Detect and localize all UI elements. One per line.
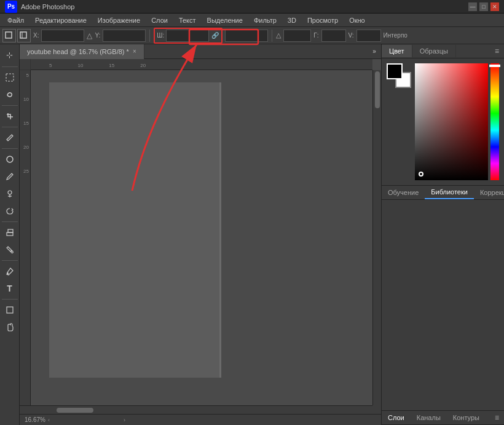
scrollbar-thumb-vertical[interactable] [375,71,380,108]
ruler-v-mark-20: 20 [23,145,29,150]
scrollbar-horizontal[interactable] [20,405,372,414]
title-bar-controls: — □ ✕ [468,2,499,11]
separator-2 [272,30,272,42]
status-bar: 16.67% ‹ › [20,414,381,425]
marquee-tool[interactable] [2,70,18,85]
color-panel: Цвет Образцы ≡ [382,44,504,185]
interp-label: Интерпо [384,32,408,39]
tab-arrow[interactable]: » [368,44,381,59]
gradient-dark-layer [415,63,488,180]
fg-bg-swatches [387,63,411,88]
vskew-field[interactable]: 0.00 [356,30,381,42]
color-gradient-field[interactable] [415,63,488,180]
svg-rect-9 [7,307,13,313]
svg-rect-0 [6,32,12,38]
tab-close-button[interactable]: × [133,48,136,55]
tool-separator-6 [2,260,18,261]
learning-tab[interactable]: Обучение [382,186,425,199]
right-panel: Цвет Образцы ≡ [381,44,504,425]
crop-tool[interactable] [2,108,18,124]
color-panel-tabs: Цвет Образцы ≡ [382,44,504,58]
channels-tab[interactable]: Каналы [411,411,447,424]
samples-tab[interactable]: Образцы [412,45,456,57]
hskew-label: Г: [313,32,318,39]
history-brush-tool[interactable] [2,203,18,219]
menu-edit[interactable]: Редактирование [30,14,92,26]
layers-panel-tabs: Слои Каналы Контуры ≡ [382,410,504,425]
layers-tab[interactable]: Слои [382,411,411,424]
close-button[interactable]: ✕ [490,2,499,11]
menu-window[interactable]: Окно [344,14,370,26]
layers-menu-icon[interactable]: ≡ [490,411,504,424]
separator-1 [149,30,150,42]
w-label: Ш: [157,32,164,39]
color-panel-menu-icon[interactable]: ≡ [490,44,504,58]
menu-file[interactable]: Файл [2,14,29,26]
menu-select[interactable]: Выделение [202,14,248,26]
color-selector [415,63,499,180]
menu-layers[interactable]: Слои [146,14,173,26]
menu-filter[interactable]: Фильтр [249,14,282,26]
zoom-level: 16.67% [25,416,45,423]
scrollbar-vertical[interactable] [372,70,381,405]
ruler-v-mark-25: 25 [23,169,29,174]
eyedropper-tool[interactable] [2,130,18,146]
menu-view[interactable]: Просмотр [302,14,343,26]
canvas-area[interactable] [31,70,372,405]
move-tool[interactable]: ⊹ [2,47,18,63]
tool-mode-icon[interactable] [2,29,16,42]
paths-tab[interactable]: Контуры [447,411,486,424]
gradient-cursor [419,172,423,177]
ruler-h-mark-5: 5 [49,63,52,68]
title-bar-left: Ps Adobe Photoshop [5,1,74,13]
brush-tool[interactable] [2,169,18,185]
tool-separator-4 [2,148,18,149]
maximize-button[interactable]: □ [479,2,488,11]
clone-tool[interactable] [2,186,18,202]
ps-logo: Ps [5,1,17,13]
svg-point-4 [7,156,13,162]
color-tab[interactable]: Цвет [382,45,412,57]
text-tool[interactable]: T [2,280,18,296]
angle-icon: △ [276,31,281,39]
vskew-label: V: [348,32,354,39]
bottom-panel: Обучение Библиотеки Коррекция ≡ [382,185,504,410]
hskew-field[interactable]: 0.00 [321,30,346,42]
healing-tool[interactable] [2,151,18,167]
y-field[interactable]: 719.50 пи [103,30,146,42]
lasso-tool[interactable] [2,87,18,103]
menu-3d[interactable]: 3D [283,14,301,26]
document-tab[interactable]: youtube head @ 16.7% (RGB/8) * × [20,44,144,59]
hue-cursor [489,65,500,67]
canvas-viewport-container: 5 10 15 20 5 10 15 20 25 [20,59,381,414]
pen-tool[interactable] [2,263,18,279]
document-canvas [49,82,221,378]
hand-tool[interactable] [2,319,18,335]
eraser-tool[interactable] [2,224,18,240]
canvas-wrapper: youtube head @ 16.7% (RGB/8) * × » 5 10 … [20,44,381,425]
correction-tab[interactable]: Коррекция [474,186,504,199]
scroll-corner [372,405,381,414]
menu-image[interactable]: Изображение [93,14,145,26]
tool-mode2-icon[interactable] [17,29,31,42]
nav-left-icon[interactable]: ‹ [48,417,50,423]
minimize-button[interactable]: — [468,2,477,11]
tool-separator-3 [2,127,18,127]
paint-bucket-tool[interactable] [2,242,18,258]
foreground-swatch[interactable] [387,63,403,79]
w-field[interactable]: 1545.96 г [166,30,209,42]
shape-tool[interactable] [2,302,18,318]
libraries-tab[interactable]: Библиотеки [425,186,474,199]
link-icon[interactable]: 🔗 [211,31,219,40]
x-field[interactable]: 1280.50 пи [41,30,84,42]
tab-bar: youtube head @ 16.7% (RGB/8) * × » [20,44,381,59]
nav-right-icon[interactable]: › [124,417,125,423]
scrollbar-thumb-horizontal[interactable] [57,408,93,413]
angle-field[interactable]: 0.00 [283,30,311,42]
ruler-horizontal: 5 10 15 20 [20,59,372,70]
ruler-v-mark-15: 15 [23,121,29,126]
hue-spectrum-bar[interactable] [490,63,499,180]
menu-text[interactable]: Текст [174,14,201,26]
h-field[interactable]: 423.00 пи [225,30,268,42]
ruler-h-mark-10: 10 [77,63,83,68]
